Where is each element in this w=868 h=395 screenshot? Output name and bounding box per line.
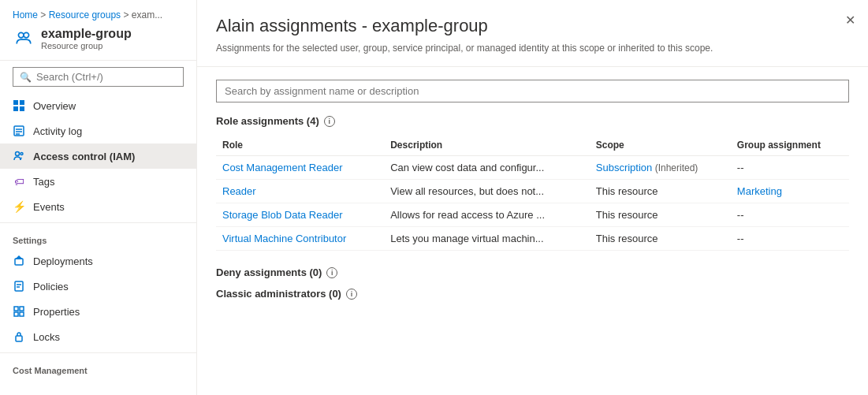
sidebar-item-label-events: Events — [33, 201, 65, 213]
breadcrumb-home[interactable]: Home — [13, 9, 38, 20]
table-row: Storage Blob Data ReaderAllows for read … — [216, 203, 849, 227]
svg-point-10 — [16, 152, 20, 156]
locks-icon — [13, 330, 25, 343]
close-button[interactable]: ✕ — [845, 13, 855, 28]
properties-icon — [13, 305, 25, 318]
sidebar-item-label-access-control: Access control (IAM) — [33, 151, 135, 162]
role-link[interactable]: Cost Management Reader — [222, 162, 342, 173]
sidebar-item-label-overview: Overview — [33, 100, 76, 112]
svg-rect-3 — [20, 100, 24, 105]
resource-info: example-group Resource group — [41, 27, 132, 50]
sidebar-search-input[interactable] — [36, 71, 177, 83]
sidebar-item-label-tags: Tags — [33, 176, 54, 188]
sidebar-item-label-properties: Properties — [33, 306, 80, 318]
sidebar-nav: Overview Activity log Access contro — [0, 93, 196, 219]
overview-icon — [13, 99, 25, 112]
description-cell: Lets you manage virtual machin... — [384, 227, 590, 251]
role-link[interactable]: Storage Blob Data Reader — [222, 209, 342, 221]
deny-assignments-section: Deny assignments (0) i — [216, 266, 849, 278]
svg-rect-13 — [15, 281, 23, 291]
sidebar-header: Home > Resource groups > exam... example… — [0, 0, 196, 61]
svg-rect-5 — [20, 106, 24, 111]
sidebar-item-activity-log[interactable]: Activity log — [0, 118, 196, 143]
table-header-row: Role Description Scope Group assignment — [216, 135, 849, 156]
assignment-search-input[interactable] — [216, 80, 849, 102]
scope-cell: This resource — [590, 227, 731, 251]
sidebar-item-overview[interactable]: Overview — [0, 93, 196, 118]
scope-cell: Subscription (Inherited) — [590, 156, 731, 180]
deployments-icon — [13, 255, 25, 267]
table-row: ReaderView all resources, but does not..… — [216, 180, 849, 203]
activity-log-icon — [13, 125, 25, 137]
breadcrumb-resource-groups[interactable]: Resource groups — [49, 9, 121, 20]
sidebar-item-properties[interactable]: Properties — [0, 299, 196, 324]
resource-group-icon — [13, 28, 35, 50]
sidebar-item-label-deployments: Deployments — [33, 255, 93, 267]
classic-administrators-label: Classic administrators (0) — [216, 288, 341, 300]
scope-cell: This resource — [590, 203, 731, 227]
group-assignment-link[interactable]: Marketing — [737, 185, 782, 197]
breadcrumb: Home > Resource groups > exam... — [13, 9, 184, 20]
svg-point-0 — [18, 32, 24, 38]
svg-point-1 — [24, 32, 29, 38]
main-panel: ✕ Alain assignments - example-group Assi… — [197, 0, 868, 395]
sidebar-item-access-control[interactable]: Access control (IAM) — [0, 143, 196, 169]
sidebar-item-policies[interactable]: Policies — [0, 274, 196, 299]
sidebar-item-locks[interactable]: Locks — [0, 324, 196, 349]
panel-body: Role assignments (4) i Role Description … — [197, 67, 868, 322]
sidebar: Home > Resource groups > exam... example… — [0, 0, 197, 395]
scope-cell: This resource — [590, 180, 731, 203]
role-assignments-info-icon[interactable]: i — [324, 116, 335, 127]
cost-management-label: Cost Management — [0, 356, 196, 378]
sidebar-search-container[interactable]: 🔍 — [13, 67, 184, 87]
search-icon: 🔍 — [20, 72, 32, 83]
sidebar-item-label-locks: Locks — [33, 331, 60, 343]
role-assignments-label: Role assignments (4) — [216, 115, 319, 127]
col-header-role: Role — [216, 135, 384, 156]
access-control-icon — [13, 150, 25, 162]
breadcrumb-sep2: > — [123, 9, 131, 20]
col-header-group-assignment: Group assignment — [731, 135, 849, 156]
panel-header: Alain assignments - example-group Assign… — [197, 0, 868, 67]
policies-icon — [13, 280, 25, 293]
group-assignment-cell: Marketing — [731, 180, 849, 203]
col-header-description: Description — [384, 135, 590, 156]
sidebar-item-tags[interactable]: 🏷 Tags — [0, 169, 196, 194]
role-link[interactable]: Virtual Machine Contributor — [222, 233, 346, 244]
sidebar-item-deployments[interactable]: Deployments — [0, 248, 196, 274]
scope-link[interactable]: Subscription — [596, 162, 653, 173]
svg-rect-18 — [14, 312, 18, 316]
svg-rect-4 — [13, 106, 18, 111]
sidebar-item-label-policies: Policies — [33, 281, 69, 293]
settings-nav: Deployments Policies Properties Locks — [0, 248, 196, 349]
group-assignment-cell: -- — [731, 227, 849, 251]
role-assignments-table: Role Description Scope Group assignment … — [216, 135, 849, 251]
svg-rect-16 — [14, 307, 18, 311]
deny-assignments-info-icon[interactable]: i — [326, 267, 337, 278]
breadcrumb-current: exam... — [132, 9, 162, 20]
panel-title: Alain assignments - example-group — [216, 16, 849, 36]
resource-title: example-group Resource group — [13, 27, 184, 50]
description-cell: Can view cost data and configur... — [384, 156, 590, 180]
svg-point-11 — [20, 153, 23, 155]
group-assignment-cell: -- — [731, 156, 849, 180]
svg-rect-19 — [20, 312, 24, 316]
resource-type: Resource group — [41, 41, 132, 50]
description-cell: View all resources, but does not... — [384, 180, 590, 203]
panel-description: Assignments for the selected user, group… — [216, 43, 831, 54]
group-assignment-cell: -- — [731, 203, 849, 227]
resource-name: example-group — [41, 27, 132, 41]
role-link[interactable]: Reader — [222, 185, 256, 197]
tags-icon: 🏷 — [13, 175, 25, 188]
col-header-scope: Scope — [590, 135, 731, 156]
sidebar-item-events[interactable]: ⚡ Events — [0, 194, 196, 219]
classic-admin-info-icon[interactable]: i — [346, 289, 357, 300]
inherited-label: (Inherited) — [652, 162, 698, 173]
classic-administrators-section: Classic administrators (0) i — [216, 288, 849, 300]
events-icon: ⚡ — [13, 200, 25, 213]
sidebar-item-label-activity-log: Activity log — [33, 125, 82, 137]
breadcrumb-sep1: > — [40, 9, 48, 20]
svg-rect-20 — [16, 336, 22, 341]
svg-rect-12 — [15, 259, 23, 265]
table-row: Cost Management ReaderCan view cost data… — [216, 156, 849, 180]
